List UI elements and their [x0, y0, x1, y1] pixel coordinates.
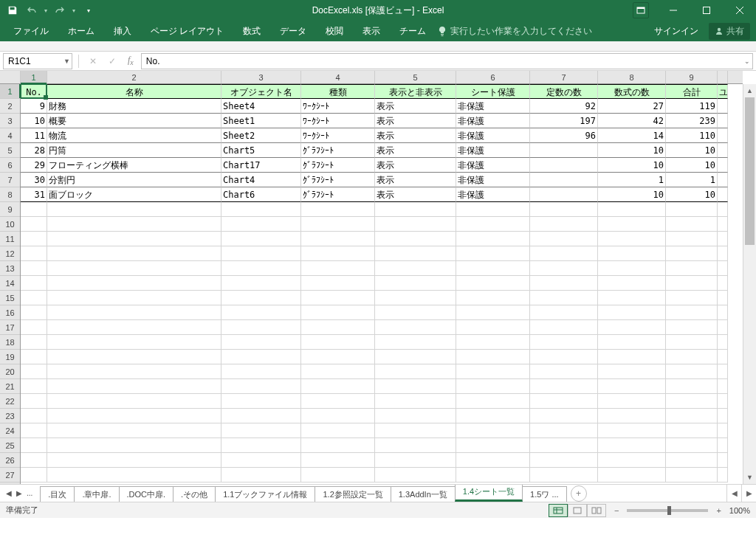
cell[interactable]: ｸﾞﾗﾌｼｰﾄ — [301, 158, 375, 173]
undo-dropdown-icon[interactable]: ▾ — [44, 7, 47, 14]
cell[interactable]: 非保護 — [456, 173, 530, 187]
cell[interactable] — [221, 291, 301, 305]
cell[interactable] — [530, 438, 598, 453]
share-button[interactable]: 共有 — [709, 23, 750, 40]
cell[interactable] — [21, 423, 47, 438]
cell[interactable] — [666, 394, 718, 409]
signin-link[interactable]: サインイン — [654, 25, 698, 38]
cell[interactable] — [456, 276, 530, 291]
cell[interactable]: 31 — [21, 187, 47, 202]
cell[interactable] — [47, 305, 221, 320]
cell[interactable] — [530, 246, 598, 261]
row-header[interactable]: 14 — [0, 276, 20, 291]
cell[interactable] — [456, 320, 530, 335]
row-header[interactable]: 12 — [0, 246, 20, 261]
cell[interactable]: 10 — [598, 158, 666, 173]
cell[interactable] — [530, 379, 598, 394]
view-normal-icon[interactable] — [549, 504, 568, 517]
tab-layout[interactable]: ページ レイアウト — [143, 22, 231, 41]
row-header[interactable]: 22 — [0, 394, 20, 409]
cell[interactable]: 29 — [21, 158, 47, 173]
cell[interactable]: 定数の数 — [530, 84, 598, 99]
row-header[interactable]: 16 — [0, 305, 20, 320]
cell[interactable]: 10 — [666, 187, 718, 202]
redo-icon[interactable] — [55, 6, 65, 15]
cell[interactable]: 1 — [666, 173, 718, 187]
expand-formula-icon[interactable]: ⌄ — [744, 58, 750, 65]
cell[interactable] — [221, 394, 301, 409]
vertical-scrollbar[interactable]: ▲ ▼ — [743, 84, 756, 484]
cell[interactable]: ｸﾞﾗﾌｼｰﾄ — [301, 173, 375, 187]
cell[interactable]: 197 — [530, 114, 598, 128]
cell[interactable] — [375, 379, 456, 394]
cell[interactable] — [456, 453, 530, 468]
cell[interactable]: 110 — [666, 128, 718, 143]
cell[interactable] — [456, 291, 530, 305]
col-header[interactable]: 8 — [598, 71, 666, 83]
cell[interactable] — [456, 423, 530, 438]
cell[interactable]: 表示 — [375, 99, 456, 114]
cell[interactable]: 表示 — [375, 158, 456, 173]
cell[interactable] — [666, 468, 718, 483]
row-header[interactable]: 2 — [0, 99, 20, 114]
cell[interactable]: 非保護 — [456, 143, 530, 158]
cell[interactable] — [530, 187, 598, 202]
zoom-slider[interactable] — [627, 509, 708, 512]
cell[interactable] — [456, 379, 530, 394]
col-header[interactable]: 4 — [301, 71, 375, 83]
cell[interactable] — [666, 453, 718, 468]
cell[interactable] — [375, 468, 456, 483]
cell[interactable] — [21, 217, 47, 232]
cell[interactable] — [530, 276, 598, 291]
cell[interactable] — [530, 468, 598, 483]
row-header[interactable]: 27 — [0, 468, 20, 483]
row-header[interactable]: 18 — [0, 335, 20, 350]
cell[interactable] — [456, 261, 530, 276]
cell[interactable] — [598, 453, 666, 468]
sheet-tab[interactable]: .章中扉. — [74, 486, 119, 502]
cell[interactable]: Sheet4 — [221, 99, 301, 114]
row-header[interactable]: 25 — [0, 438, 20, 453]
cell[interactable] — [301, 379, 375, 394]
row-header[interactable]: 7 — [0, 173, 20, 187]
cell[interactable] — [375, 350, 456, 364]
col-header[interactable] — [718, 71, 728, 83]
cell[interactable]: 概要 — [47, 114, 221, 128]
cell[interactable] — [718, 232, 728, 246]
cell[interactable] — [221, 364, 301, 379]
cell[interactable] — [375, 453, 456, 468]
cell[interactable] — [21, 276, 47, 291]
col-header[interactable]: 7 — [530, 71, 598, 83]
cell[interactable] — [456, 232, 530, 246]
sheet-tab[interactable]: .その他 — [173, 486, 216, 502]
cell[interactable]: 239 — [666, 114, 718, 128]
cell[interactable] — [530, 394, 598, 409]
tab-nav-left-icon[interactable]: ◀ — [6, 489, 12, 497]
cell[interactable] — [718, 158, 728, 173]
col-header[interactable]: 9 — [666, 71, 718, 83]
cell[interactable] — [221, 232, 301, 246]
cell[interactable] — [598, 305, 666, 320]
cell[interactable] — [301, 335, 375, 350]
undo-icon[interactable] — [27, 6, 37, 15]
cell[interactable] — [301, 453, 375, 468]
tab-home[interactable]: ホーム — [61, 22, 102, 41]
cell[interactable] — [530, 261, 598, 276]
cell[interactable] — [530, 202, 598, 217]
cell[interactable] — [598, 291, 666, 305]
cell[interactable] — [598, 350, 666, 364]
cell[interactable] — [301, 217, 375, 232]
cell[interactable]: ﾜｰｸｼｰﾄ — [301, 114, 375, 128]
save-icon[interactable] — [7, 5, 18, 15]
row-header[interactable]: 13 — [0, 261, 20, 276]
cell[interactable] — [47, 217, 221, 232]
cell[interactable] — [598, 320, 666, 335]
row-header[interactable]: 24 — [0, 423, 20, 438]
row-header[interactable]: 11 — [0, 232, 20, 246]
cell[interactable] — [718, 379, 728, 394]
row-header[interactable]: 15 — [0, 291, 20, 305]
cell[interactable] — [718, 99, 728, 114]
cell[interactable]: 96 — [530, 128, 598, 143]
cell[interactable]: 10 — [598, 143, 666, 158]
cell[interactable]: 92 — [530, 99, 598, 114]
